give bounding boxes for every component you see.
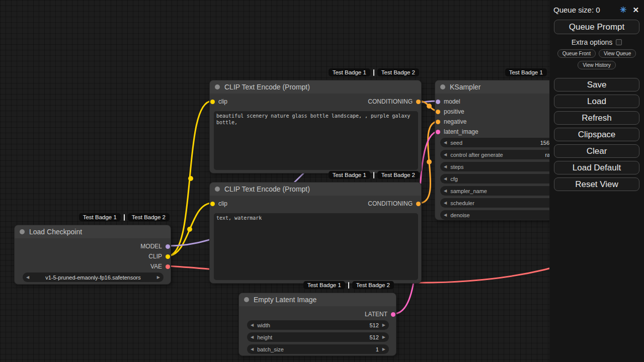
widget-value: 512 <box>369 334 378 340</box>
output-slot-vae[interactable]: VAE <box>150 261 171 272</box>
slot-dot-model-icon[interactable] <box>166 244 170 249</box>
slot-label: LATENT <box>365 311 387 318</box>
prompt-textarea[interactable]: text, watermark <box>214 213 418 280</box>
slot-label: clip <box>218 200 227 207</box>
slot-label: model <box>444 98 460 105</box>
input-slot-model[interactable]: model <box>435 97 460 107</box>
widget-label: batch_size <box>257 346 284 352</box>
output-slot-model[interactable]: MODEL <box>140 241 171 251</box>
widget-label: steps <box>450 164 463 170</box>
node-collapse-dot-icon[interactable] <box>215 187 220 192</box>
test-badge-1: Test Badge 1 <box>79 213 121 221</box>
output-slot-conditioning[interactable]: CONDITIONING <box>368 97 421 107</box>
decrement-arrow-icon[interactable]: ◀ <box>444 152 447 157</box>
slot-label: CLIP <box>148 253 162 260</box>
slot-dot-conditioning-icon[interactable] <box>436 120 440 124</box>
input-slot-latent-image[interactable]: latent_image <box>435 127 478 137</box>
input-slot-clip[interactable]: clip <box>210 97 227 107</box>
increment-arrow-icon[interactable]: ▶ <box>382 335 385 339</box>
increment-arrow-icon[interactable]: ▶ <box>382 323 385 327</box>
node-empty-latent-image[interactable]: Empty Latent Image LATENT ◀ width 512 ▶ … <box>238 293 396 356</box>
input-slot-clip[interactable]: clip <box>210 199 227 209</box>
badge-separator <box>373 172 374 178</box>
queue-front-button[interactable]: Queue Front <box>557 49 596 58</box>
node-load-checkpoint[interactable]: Load Checkpoint MODEL CLIP VAE ◀ v1-5-pr… <box>14 225 171 285</box>
widget-label: denoise <box>450 212 470 218</box>
decrement-arrow-icon[interactable]: ◀ <box>251 347 254 351</box>
widget-value: 1 <box>376 346 379 352</box>
widget-label: scheduler <box>450 200 474 206</box>
slot-dot-latent-icon[interactable] <box>436 130 440 134</box>
widget-label: cfg <box>450 176 458 182</box>
node-clip-text-encode-negative[interactable]: CLIP Text Encode (Prompt) clip CONDITION… <box>209 182 422 284</box>
badge-group-load-checkpoint: Test Badge 1 Test Badge 2 <box>79 213 170 221</box>
node-collapse-dot-icon[interactable] <box>20 229 25 234</box>
increment-arrow-icon[interactable]: ▶ <box>382 347 385 351</box>
decrement-arrow-icon[interactable]: ◀ <box>444 201 447 205</box>
decrement-arrow-icon[interactable]: ◀ <box>444 164 447 169</box>
decrement-arrow-icon[interactable]: ◀ <box>251 335 254 339</box>
slot-dot-model-icon[interactable] <box>436 100 440 104</box>
node-collapse-dot-icon[interactable] <box>244 297 249 302</box>
load-default-button[interactable]: Load Default <box>554 161 639 174</box>
slot-label: latent_image <box>444 128 478 135</box>
output-slot-conditioning[interactable]: CONDITIONING <box>368 199 421 209</box>
decrement-arrow-icon[interactable]: ◀ <box>251 323 254 327</box>
widget-label: control after generate <box>450 152 503 158</box>
clipspace-button[interactable]: Clipspace <box>554 128 639 141</box>
node-collapse-dot-icon[interactable] <box>440 84 445 89</box>
node-title: KSampler <box>450 83 480 91</box>
badge-group-clip-negative: Test Badge 1 Test Badge 2 <box>329 171 419 179</box>
queue-size-label: Queue size: 0 <box>553 6 600 14</box>
view-history-button[interactable]: View History <box>578 61 615 69</box>
view-queue-button[interactable]: View Queue <box>599 49 636 58</box>
slot-dot-conditioning-icon[interactable] <box>436 110 440 114</box>
node-collapse-dot-icon[interactable] <box>215 84 220 89</box>
slot-label: positive <box>444 108 464 115</box>
widget-value: 512 <box>369 322 378 328</box>
slot-dot-clip-icon[interactable] <box>210 202 215 206</box>
slot-dot-clip-icon[interactable] <box>210 100 215 104</box>
width-widget[interactable]: ◀ width 512 ▶ <box>247 320 389 330</box>
widget-label: width <box>257 322 270 328</box>
menu-panel: Queue size: 0 ✳ ✕ Queue Prompt Extra opt… <box>549 0 644 362</box>
load-button[interactable]: Load <box>554 95 639 108</box>
node-title-bar[interactable]: CLIP Text Encode (Prompt) <box>210 183 421 196</box>
slot-dot-latent-icon[interactable] <box>391 312 395 317</box>
decrement-arrow-icon[interactable]: ◀ <box>26 275 29 280</box>
settings-asterisk-icon[interactable]: ✳ <box>620 5 626 15</box>
node-title-bar[interactable]: CLIP Text Encode (Prompt) <box>210 80 421 94</box>
output-slot-clip[interactable]: CLIP <box>148 251 171 261</box>
slot-label: clip <box>218 98 227 105</box>
extra-options-checkbox[interactable] <box>616 39 622 45</box>
decrement-arrow-icon[interactable]: ◀ <box>444 189 447 193</box>
slot-dot-conditioning-icon[interactable] <box>416 202 421 206</box>
slot-label: negative <box>444 118 466 125</box>
node-title-bar[interactable]: Empty Latent Image <box>239 293 396 306</box>
slot-dot-clip-icon[interactable] <box>166 254 170 259</box>
reset-view-button[interactable]: Reset View <box>554 177 639 191</box>
node-clip-text-encode-positive[interactable]: CLIP Text Encode (Prompt) clip CONDITION… <box>209 80 422 173</box>
decrement-arrow-icon[interactable]: ◀ <box>444 213 447 217</box>
output-slot-latent[interactable]: LATENT <box>365 309 396 319</box>
slot-dot-conditioning-icon[interactable] <box>416 100 421 104</box>
clear-button[interactable]: Clear <box>554 144 639 158</box>
test-badge-1: Test Badge 1 <box>303 281 345 289</box>
node-title-bar[interactable]: Load Checkpoint <box>15 225 171 238</box>
slot-dot-vae-icon[interactable] <box>166 264 170 269</box>
close-icon[interactable]: ✕ <box>632 6 639 15</box>
input-slot-positive[interactable]: positive <box>435 107 464 117</box>
input-slot-negative[interactable]: negative <box>435 117 466 127</box>
refresh-button[interactable]: Refresh <box>554 111 639 125</box>
height-widget[interactable]: ◀ height 512 ▶ <box>247 332 389 342</box>
badge-separator <box>348 282 349 289</box>
increment-arrow-icon[interactable]: ▶ <box>157 275 160 280</box>
test-badge-1: Test Badge 1 <box>505 68 547 76</box>
save-button[interactable]: Save <box>554 78 639 92</box>
ckpt-name-combo[interactable]: ◀ v1-5-pruned-emaonly-fp16.safetensors ▶ <box>23 273 164 282</box>
batch-size-widget[interactable]: ◀ batch_size 1 ▶ <box>247 344 389 354</box>
prompt-textarea[interactable]: beautiful scenery nature glass bottle la… <box>214 111 418 170</box>
decrement-arrow-icon[interactable]: ◀ <box>444 176 447 181</box>
queue-prompt-button[interactable]: Queue Prompt <box>554 20 639 34</box>
decrement-arrow-icon[interactable]: ◀ <box>444 140 447 145</box>
